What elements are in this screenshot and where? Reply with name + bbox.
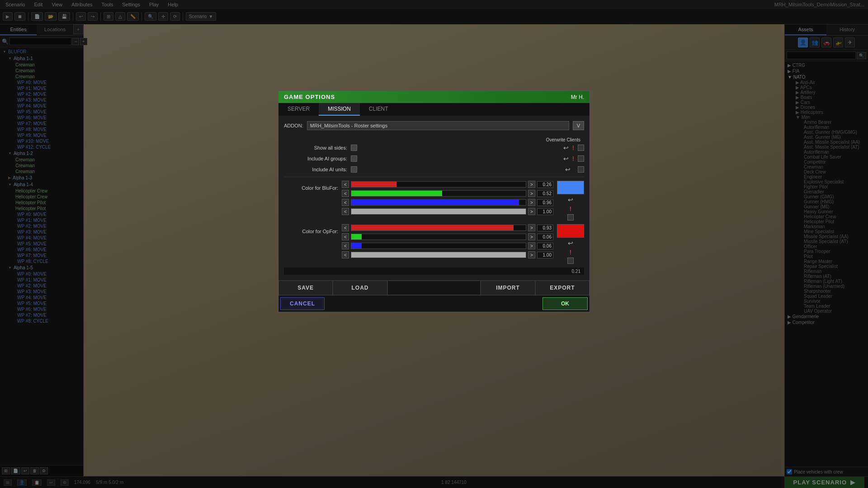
dialog-cancel-bar: CANCEL OK (278, 295, 590, 312)
opfor-alpha-inc[interactable]: > (528, 251, 535, 258)
color-opfor-section: Color for OpFor: < > 0.93 < (284, 224, 584, 264)
blufor-red-value[interactable]: 0.26 (537, 181, 553, 188)
opfor-warn: ! (570, 249, 571, 256)
include-ai-groups-overwrite-cb[interactable] (578, 155, 584, 162)
blufor-green-fill (351, 191, 442, 196)
blufor-red-inc[interactable]: > (528, 181, 535, 188)
include-ai-units-row: Include AI units: ↩ (284, 166, 584, 173)
blufor-blue-bar (351, 199, 526, 206)
game-options-dialog: GAME OPTIONS Mr H. SERVER MISSION CLIENT… (278, 90, 590, 312)
dialog-tabs: SERVER MISSION CLIENT (278, 103, 590, 116)
blufor-alpha-value[interactable]: 1.00 (537, 208, 553, 215)
export-button[interactable]: EXPORT (535, 281, 590, 295)
opfor-green-inc[interactable]: > (528, 233, 535, 240)
extra-partial-row: 0.21 (284, 267, 584, 275)
opfor-red-row: < > 0.93 (342, 224, 553, 231)
opfor-alpha-value[interactable]: 1.00 (537, 252, 553, 258)
blufor-alpha-dec[interactable]: < (342, 208, 349, 215)
dialog-tab-server[interactable]: SERVER (278, 103, 319, 116)
show-all-sides-label: Show all sides: (284, 145, 347, 150)
blufor-green-bar (351, 190, 526, 197)
opfor-blue-row: < > 0.06 (342, 242, 553, 249)
save-button[interactable]: SAVE (278, 281, 333, 295)
opfor-undo-btn[interactable]: ↩ (568, 239, 573, 247)
include-ai-units-cb[interactable] (351, 166, 357, 173)
opfor-alpha-row: < > 1.00 (342, 251, 553, 258)
blufor-blue-value[interactable]: 0.96 (537, 199, 553, 206)
cancel-button[interactable]: CANCEL (280, 297, 325, 310)
dialog-tab-mission[interactable]: MISSION (319, 103, 360, 116)
blufor-color-preview (557, 181, 584, 194)
opfor-red-dec[interactable]: < (342, 224, 349, 231)
blufor-green-dec[interactable]: < (342, 190, 349, 197)
ok-button[interactable]: OK (542, 297, 588, 310)
opfor-green-fill (351, 234, 362, 239)
include-ai-units-overwrite-cb[interactable] (578, 166, 584, 173)
blufor-blue-fill (351, 200, 519, 205)
opfor-blue-fill (351, 243, 362, 249)
blufor-color-controls: < > 0.26 < > 0.52 (342, 181, 553, 215)
blufor-red-bar (351, 181, 526, 188)
include-ai-units-label: Include AI units: (284, 167, 347, 172)
show-all-sides-overwrite-cb[interactable] (578, 145, 584, 151)
show-all-sides-row: Show all sides: ↩ ! (284, 144, 584, 151)
blufor-warn: ! (570, 205, 571, 212)
color-opfor-label: Color for OpFor: (284, 224, 338, 234)
include-ai-groups-undo[interactable]: ↩ (563, 155, 569, 162)
blufor-alpha-bar (351, 208, 526, 215)
include-ai-groups-cb[interactable] (351, 155, 357, 162)
opfor-alpha-bar (351, 252, 526, 258)
include-ai-groups-label: Include AI groups: (284, 156, 347, 161)
opfor-red-fill (351, 225, 514, 230)
dialog-footer: SAVE LOAD IMPORT EXPORT (278, 280, 590, 295)
blufor-green-row: < > 0.52 (342, 190, 553, 197)
show-all-sides-cb[interactable] (351, 145, 357, 151)
dialog-title: GAME OPTIONS (284, 94, 335, 100)
dialog-titlebar: GAME OPTIONS Mr H. (278, 91, 590, 103)
opfor-green-bar (351, 234, 526, 240)
opfor-overwrite-cb[interactable] (567, 258, 574, 264)
blufor-blue-inc[interactable]: > (528, 199, 535, 206)
load-button[interactable]: LOAD (333, 281, 387, 295)
dialog-tab-client[interactable]: CLIENT (360, 103, 397, 116)
blufor-color-actions: ↩ ! (557, 181, 584, 221)
addon-select[interactable]: MRH_MilsimTools - Roster settings (307, 121, 569, 130)
color-blufor-section: Color for BluFor: < > 0.26 < (284, 181, 584, 221)
blufor-alpha-fill (351, 209, 526, 214)
color-blufor-label: Color for BluFor: (284, 181, 338, 191)
addon-row: ADDON: MRH_MilsimTools - Roster settings… (284, 121, 584, 130)
blufor-red-row: < > 0.26 (342, 181, 553, 188)
blufor-blue-dec[interactable]: < (342, 199, 349, 206)
blufor-alpha-row: < > 1.00 (342, 208, 553, 215)
blufor-undo-btn[interactable]: ↩ (568, 196, 573, 203)
include-ai-groups-row: Include AI groups: ↩ ! (284, 155, 584, 162)
blufor-green-value[interactable]: 0.52 (537, 190, 553, 197)
opfor-color-controls: < > 0.93 < > 0.06 (342, 224, 553, 258)
opfor-red-inc[interactable]: > (528, 224, 535, 231)
import-button[interactable]: IMPORT (481, 281, 535, 295)
blufor-blue-row: < > 0.96 (342, 199, 553, 206)
opfor-blue-dec[interactable]: < (342, 242, 349, 249)
blufor-green-inc[interactable]: > (528, 190, 535, 197)
opfor-green-row: < > 0.06 (342, 233, 553, 240)
blufor-alpha-inc[interactable]: > (528, 208, 535, 215)
include-ai-groups-warn: ! (572, 155, 574, 162)
opfor-green-dec[interactable]: < (342, 233, 349, 240)
show-all-sides-undo[interactable]: ↩ (563, 144, 569, 151)
include-ai-units-undo[interactable]: ↩ (565, 166, 571, 173)
opfor-blue-value[interactable]: 0.06 (537, 243, 553, 249)
opfor-green-value[interactable]: 0.06 (537, 234, 553, 240)
blufor-red-fill (351, 182, 396, 187)
opfor-alpha-fill (351, 252, 526, 258)
opfor-blue-inc[interactable]: > (528, 242, 535, 249)
blufor-overwrite-cb[interactable] (567, 214, 574, 221)
blufor-red-dec[interactable]: < (342, 181, 349, 188)
addon-dropdown-btn[interactable]: V (573, 121, 584, 130)
opfor-red-value[interactable]: 0.93 (537, 225, 553, 231)
opfor-alpha-dec[interactable]: < (342, 251, 349, 258)
dialog-tab-spacer (397, 103, 590, 116)
addon-label: ADDON: (284, 123, 303, 128)
opfor-red-bar (351, 225, 526, 231)
section-divider1 (284, 177, 584, 177)
dialog-user: Mr H. (571, 94, 584, 100)
